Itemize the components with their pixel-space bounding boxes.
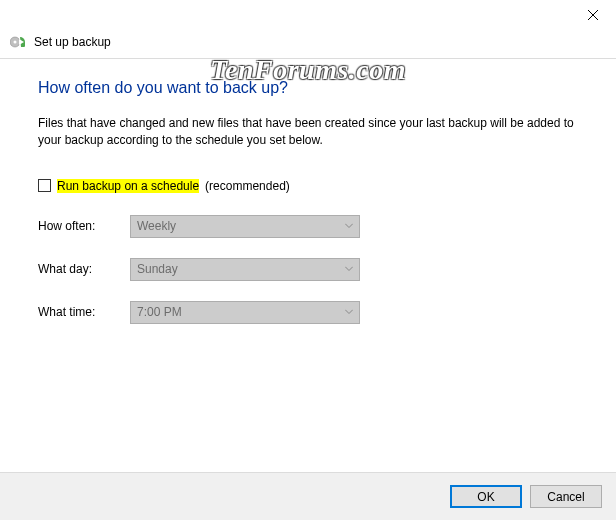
- chevron-down-icon: [345, 310, 353, 315]
- how-often-row: How often: Weekly: [38, 215, 578, 238]
- what-time-select[interactable]: 7:00 PM: [130, 301, 360, 324]
- what-day-select[interactable]: Sunday: [130, 258, 360, 281]
- content-area: How often do you want to back up? Files …: [0, 59, 616, 324]
- what-time-row: What time: 7:00 PM: [38, 301, 578, 324]
- cancel-button[interactable]: Cancel: [530, 485, 602, 508]
- svg-point-3: [14, 41, 17, 44]
- schedule-checkbox-recommended: (recommended): [205, 179, 290, 193]
- page-heading: How often do you want to back up?: [38, 79, 578, 97]
- close-button[interactable]: [570, 0, 616, 30]
- chevron-down-icon: [345, 267, 353, 272]
- what-day-label: What day:: [38, 262, 130, 276]
- what-day-row: What day: Sunday: [38, 258, 578, 281]
- how-often-value: Weekly: [137, 219, 176, 233]
- what-time-label: What time:: [38, 305, 130, 319]
- schedule-checkbox-row[interactable]: Run backup on a schedule (recommended): [38, 179, 578, 193]
- what-time-value: 7:00 PM: [137, 305, 182, 319]
- what-day-value: Sunday: [137, 262, 178, 276]
- how-often-label: How often:: [38, 219, 130, 233]
- page-description: Files that have changed and new files th…: [38, 115, 578, 149]
- titlebar: [0, 0, 616, 30]
- ok-button[interactable]: OK: [450, 485, 522, 508]
- button-bar: OK Cancel: [0, 472, 616, 520]
- window-title: Set up backup: [34, 35, 111, 49]
- how-often-select[interactable]: Weekly: [130, 215, 360, 238]
- header-row: Set up backup: [0, 30, 616, 58]
- backup-app-icon: [10, 34, 26, 50]
- chevron-down-icon: [345, 224, 353, 229]
- schedule-checkbox-label: Run backup on a schedule: [57, 179, 199, 193]
- schedule-checkbox[interactable]: [38, 179, 51, 192]
- close-icon: [588, 10, 598, 20]
